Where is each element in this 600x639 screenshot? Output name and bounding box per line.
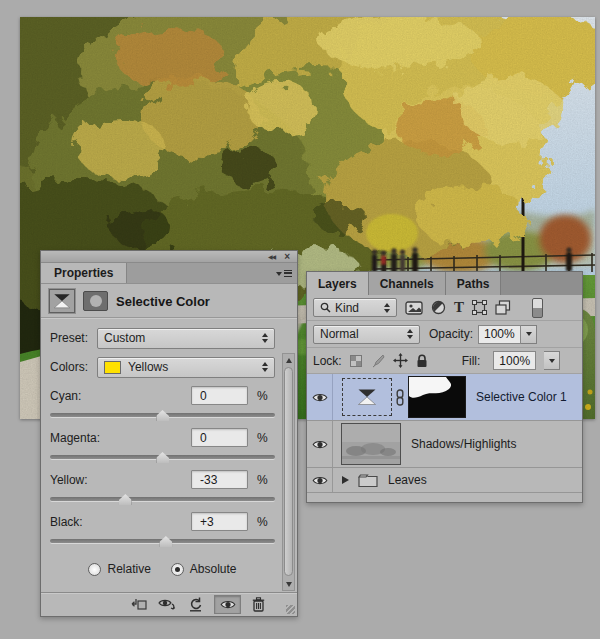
colors-label: Colors: — [50, 360, 97, 374]
filtering-toggle-switch[interactable] — [532, 298, 543, 318]
adjustment-layer-thumbnail[interactable] — [342, 378, 392, 416]
layers-panel-tabs: Layers Channels Paths — [307, 272, 582, 295]
filter-smart-objects-icon[interactable] — [495, 300, 511, 315]
visibility-eye-icon[interactable] — [307, 421, 333, 467]
lock-pixels-brush-icon[interactable] — [370, 354, 385, 368]
cyan-label: Cyan: — [50, 389, 191, 403]
percent-unit: % — [257, 515, 275, 529]
absolute-radio[interactable]: Absolute — [171, 562, 237, 576]
photoshop-workspace: Layers Channels Paths Kind T — [0, 0, 600, 639]
magenta-slider-thumb[interactable] — [156, 452, 169, 463]
selective-color-badge-icon — [49, 289, 75, 313]
collapse-panels-icon[interactable]: ◀◀ — [268, 254, 275, 260]
lock-transparency-icon[interactable] — [350, 355, 362, 367]
updown-arrows-icon — [407, 329, 413, 339]
relative-radio-label: Relative — [107, 562, 150, 576]
mask-badge-icon[interactable] — [83, 291, 108, 311]
magenta-label: Magenta: — [50, 431, 191, 445]
layer-row-leaves-group[interactable]: Leaves — [307, 468, 582, 493]
yellow-slider-group: Yellow: % — [50, 469, 275, 507]
panel-menu-icon[interactable] — [276, 268, 292, 279]
reset-icon[interactable] — [188, 595, 203, 614]
colors-value: Yellows — [128, 360, 168, 374]
group-folder-icon — [358, 473, 378, 488]
layer-name: Leaves — [388, 473, 427, 487]
cyan-value-field[interactable] — [191, 386, 248, 405]
clip-to-layer-icon[interactable] — [130, 595, 147, 614]
delete-trash-icon[interactable] — [252, 595, 265, 614]
absolute-radio-label: Absolute — [190, 562, 237, 576]
fill-dropdown-button[interactable] — [544, 351, 560, 370]
tab-channels[interactable]: Channels — [369, 272, 446, 295]
layer-row-selective-color[interactable]: Selective Color 1 — [307, 374, 582, 421]
preset-value: Custom — [104, 331, 145, 345]
layer-row-shadows-highlights[interactable]: Shadows/Highlights — [307, 421, 582, 468]
black-slider-thumb[interactable] — [159, 536, 172, 547]
layer-name: Selective Color 1 — [476, 390, 567, 404]
percent-unit: % — [257, 473, 275, 487]
updown-arrows-icon — [262, 333, 268, 343]
lock-label: Lock: — [313, 354, 342, 368]
updown-arrows-icon — [262, 362, 268, 372]
panel-resize-grip[interactable] — [286, 605, 295, 614]
layer-mask-link-icon[interactable] — [395, 389, 405, 406]
close-panel-icon[interactable]: × — [284, 252, 290, 262]
view-previous-state-icon[interactable] — [158, 595, 177, 614]
lock-position-move-icon[interactable] — [393, 353, 408, 368]
tab-paths[interactable]: Paths — [446, 272, 502, 295]
scroll-down-icon[interactable] — [283, 578, 294, 590]
selective-color-icon — [356, 386, 378, 408]
scroll-up-icon[interactable] — [283, 354, 294, 366]
filter-pixel-layers-icon[interactable] — [405, 301, 423, 315]
lock-all-icon[interactable] — [416, 354, 428, 368]
filter-type-layers-icon[interactable]: T — [454, 300, 464, 315]
preset-label: Preset: — [50, 331, 97, 345]
fill-label: Fill: — [462, 354, 481, 368]
colors-dropdown[interactable]: Yellows — [97, 357, 275, 378]
radio-circle-icon — [88, 563, 101, 576]
filter-adjustment-layers-icon[interactable] — [431, 300, 446, 315]
cyan-slider-thumb[interactable] — [156, 410, 169, 421]
visibility-eye-icon[interactable] — [307, 374, 333, 420]
layer-thumbnail[interactable] — [341, 423, 401, 465]
yellow-swatch — [104, 361, 121, 374]
black-label: Black: — [50, 515, 191, 529]
radio-circle-icon — [171, 563, 184, 576]
adjustment-title: Selective Color — [116, 294, 210, 309]
tab-properties[interactable]: Properties — [41, 263, 127, 283]
magenta-value-field[interactable] — [191, 428, 248, 447]
properties-panel: ◀◀ × Properties Selective Color Preset: — [40, 250, 298, 617]
filter-shape-layers-icon[interactable] — [472, 300, 487, 315]
relative-radio[interactable]: Relative — [88, 562, 150, 576]
magenta-slider-group: Magenta: % — [50, 427, 275, 465]
opacity-label: Opacity: — [429, 327, 473, 341]
percent-unit: % — [257, 431, 275, 445]
layers-panel: Layers Channels Paths Kind T — [306, 271, 583, 503]
cyan-slider-group: Cyan: % — [50, 385, 275, 423]
opacity-dropdown-button[interactable] — [521, 325, 537, 344]
search-icon — [320, 302, 331, 313]
visibility-eye-icon[interactable] — [307, 468, 333, 492]
yellow-slider-thumb[interactable] — [119, 494, 132, 505]
toggle-visibility-icon[interactable] — [214, 595, 241, 614]
filter-kind-value: Kind — [335, 301, 359, 315]
black-value-field[interactable] — [191, 512, 248, 531]
yellow-slider-track[interactable] — [50, 497, 275, 501]
tab-layers[interactable]: Layers — [307, 272, 369, 295]
layer-mask-thumbnail[interactable] — [408, 376, 466, 418]
percent-unit: % — [257, 389, 275, 403]
yellow-value-field[interactable] — [191, 470, 248, 489]
blend-mode-value: Normal — [320, 327, 359, 341]
opacity-value[interactable]: 100% — [478, 325, 521, 344]
updown-arrows-icon — [384, 303, 390, 313]
properties-scrollbar[interactable] — [282, 353, 295, 591]
layer-name: Shadows/Highlights — [411, 437, 516, 451]
fill-value[interactable]: 100% — [493, 351, 536, 370]
blend-mode-dropdown[interactable]: Normal — [313, 325, 420, 344]
expand-group-icon[interactable] — [342, 476, 349, 484]
scrollbar-thumb[interactable] — [284, 367, 293, 576]
black-slider-group: Black: % — [50, 511, 275, 549]
preset-dropdown[interactable]: Custom — [97, 328, 275, 349]
panel-group-titlebar: ◀◀ × — [41, 251, 297, 263]
filter-kind-dropdown[interactable]: Kind — [313, 298, 397, 317]
